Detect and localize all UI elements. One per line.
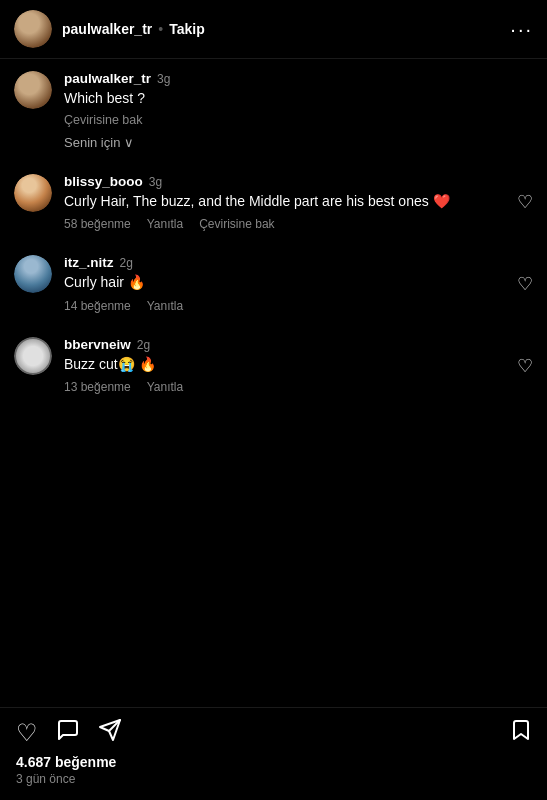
comment-text: Curly hair 🔥 (64, 273, 503, 293)
likes-count: 4.687 beğenme (16, 754, 531, 770)
avatar[interactable] (14, 255, 52, 293)
comment-time: 3g (149, 175, 162, 189)
comment-item: itz_.nitz 2g Curly hair 🔥 14 beğenme Yan… (0, 243, 547, 325)
action-icons: ♡ (16, 718, 531, 748)
comment-likes: 14 beğenme (64, 299, 131, 313)
bookmark-button[interactable] (509, 718, 531, 748)
post-header: paulwalker_tr • Takip ··· (0, 0, 547, 59)
comment-body: bbervneiw 2g Buzz cut😭 🔥 13 beğenme Yanı… (64, 337, 503, 395)
comment-item: blissy_booo 3g Curly Hair, The buzz, and… (0, 162, 547, 244)
header-more-button[interactable]: ··· (510, 18, 533, 41)
comment-username[interactable]: paulwalker_tr (64, 71, 151, 86)
translate-link[interactable]: Çevirisine bak (199, 217, 274, 231)
header-username[interactable]: paulwalker_tr (62, 21, 152, 37)
like-icon[interactable]: ♡ (517, 273, 533, 295)
comment-translate-link[interactable]: Çevirisine bak (64, 113, 533, 127)
avatar[interactable] (14, 71, 52, 109)
reply-button[interactable]: Yanıtla (147, 217, 183, 231)
comment-time: 3g (157, 72, 170, 86)
comment-username[interactable]: itz_.nitz (64, 255, 114, 270)
comment-text: Which best ? (64, 89, 533, 109)
comment-likes: 58 beğenme (64, 217, 131, 231)
like-icon[interactable]: ♡ (517, 191, 533, 213)
header-dot: • (158, 21, 163, 37)
comment-item: paulwalker_tr 3g Which best ? Çevirisine… (0, 59, 547, 162)
like-icon[interactable]: ♡ (517, 355, 533, 377)
comment-body: paulwalker_tr 3g Which best ? Çevirisine… (64, 71, 533, 150)
header-follow-button[interactable]: Takip (169, 21, 205, 37)
share-button[interactable] (98, 718, 122, 748)
comment-username[interactable]: bbervneiw (64, 337, 131, 352)
comment-item: bbervneiw 2g Buzz cut😭 🔥 13 beğenme Yanı… (0, 325, 547, 407)
comment-likes: 13 beğenme (64, 380, 131, 394)
post-time: 3 gün önce (16, 772, 531, 786)
comment-time: 2g (120, 256, 133, 270)
comment-body: itz_.nitz 2g Curly hair 🔥 14 beğenme Yan… (64, 255, 503, 313)
like-button[interactable]: ♡ (16, 719, 38, 747)
comments-area: paulwalker_tr 3g Which best ? Çevirisine… (0, 59, 547, 526)
comment-time: 2g (137, 338, 150, 352)
comment-body: blissy_booo 3g Curly Hair, The buzz, and… (64, 174, 503, 232)
action-bar: ♡ 4.687 beğenme 3 gün önce (0, 707, 547, 800)
avatar[interactable] (14, 337, 52, 375)
reply-button[interactable]: Yanıtla (147, 380, 183, 394)
for-you-label[interactable]: Senin için ∨ (64, 135, 533, 150)
comment-actions: 14 beğenme Yanıtla (64, 299, 503, 313)
comment-text: Curly Hair, The buzz, and the Middle par… (64, 192, 503, 212)
avatar[interactable] (14, 174, 52, 212)
comment-actions: 58 beğenme Yanıtla Çevirisine bak (64, 217, 503, 231)
comment-username[interactable]: blissy_booo (64, 174, 143, 189)
comment-actions: 13 beğenme Yanıtla (64, 380, 503, 394)
comment-button[interactable] (56, 718, 80, 748)
header-avatar[interactable] (14, 10, 52, 48)
reply-button[interactable]: Yanıtla (147, 299, 183, 313)
comment-text: Buzz cut😭 🔥 (64, 355, 503, 375)
